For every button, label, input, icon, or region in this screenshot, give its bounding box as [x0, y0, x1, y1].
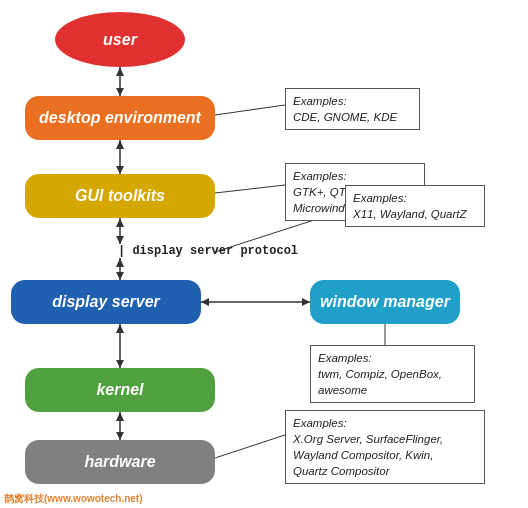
svg-line-21	[215, 105, 285, 115]
example-protocol-text: X11, Wayland, QuartZ	[353, 206, 477, 222]
svg-marker-1	[116, 67, 124, 76]
svg-marker-8	[116, 236, 124, 244]
hardware-node: hardware	[25, 440, 215, 484]
example-protocol: Examples: X11, Wayland, QuartZ	[345, 185, 485, 227]
svg-marker-13	[302, 298, 310, 306]
example-desktop: Examples: CDE, GNOME, KDE	[285, 88, 420, 130]
example-protocol-title: Examples:	[353, 190, 477, 206]
svg-marker-19	[116, 412, 124, 421]
gui-toolkits-node: GUI toolkits	[25, 174, 215, 218]
example-desktop-title: Examples:	[293, 93, 412, 109]
svg-marker-11	[116, 272, 124, 280]
diagram-container: user desktop environment GUI toolkits | …	[0, 0, 528, 508]
watermark: 鹊窝科技(www.wowotech.net)	[4, 492, 143, 506]
svg-marker-17	[116, 360, 124, 368]
desktop-environment-node: desktop environment	[25, 96, 215, 140]
display-server-label: display server	[52, 293, 160, 311]
hardware-label: hardware	[84, 453, 155, 471]
protocol-text: | display server protocol	[118, 244, 298, 258]
watermark-text: 鹊窝科技(www.wowotech.net)	[4, 493, 143, 504]
desktop-label: desktop environment	[39, 109, 201, 127]
example-wm-title: Examples:	[318, 350, 467, 366]
example-hw-title: Examples:	[293, 415, 477, 431]
example-window-manager: Examples: twm, Compiz, OpenBox, awesome	[310, 345, 475, 403]
user-label: user	[103, 31, 137, 49]
svg-marker-20	[116, 432, 124, 440]
example-desktop-text: CDE, GNOME, KDE	[293, 109, 412, 125]
svg-marker-7	[116, 218, 124, 227]
svg-marker-10	[116, 258, 124, 267]
example-gui-title: Examples:	[293, 168, 417, 184]
svg-marker-14	[201, 298, 209, 306]
svg-line-25	[215, 435, 285, 458]
svg-line-22	[215, 185, 285, 193]
gui-label: GUI toolkits	[75, 187, 165, 205]
svg-marker-4	[116, 140, 124, 149]
kernel-node: kernel	[25, 368, 215, 412]
window-manager-label: window manager	[320, 293, 450, 311]
svg-marker-16	[116, 324, 124, 333]
kernel-label: kernel	[96, 381, 143, 399]
user-node: user	[55, 12, 185, 67]
svg-marker-2	[116, 88, 124, 96]
protocol-label: | display server protocol	[118, 244, 298, 258]
example-hw-text: X.Org Server, SurfaceFlinger, Wayland Co…	[293, 431, 477, 479]
example-wm-text: twm, Compiz, OpenBox, awesome	[318, 366, 467, 398]
svg-marker-5	[116, 166, 124, 174]
display-server-node: display server	[11, 280, 201, 324]
window-manager-node: window manager	[310, 280, 460, 324]
example-hardware: Examples: X.Org Server, SurfaceFlinger, …	[285, 410, 485, 484]
